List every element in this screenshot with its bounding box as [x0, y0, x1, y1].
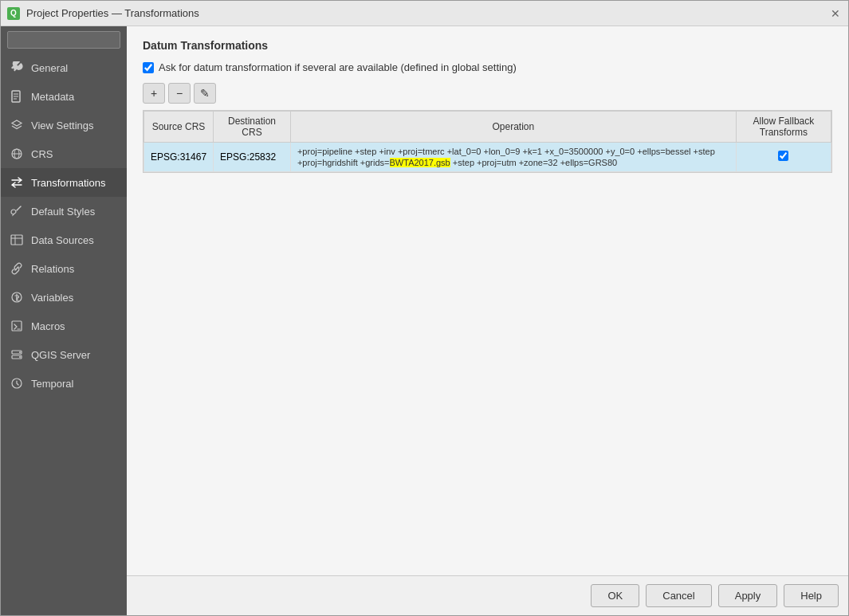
transformations-table: Source CRS Destination CRS Operation All…: [143, 111, 831, 172]
sidebar-label-view-settings: View Settings: [31, 120, 94, 131]
window-title: Project Properties — Transformations: [26, 7, 823, 19]
datum-checkbox[interactable]: [143, 62, 154, 73]
sidebar-item-metadata[interactable]: Metadata: [1, 82, 127, 111]
svg-rect-8: [11, 235, 22, 245]
wrench-icon: [9, 60, 25, 76]
main-content: Datum Transformations Ask for datum tran…: [127, 26, 848, 575]
table-icon: [9, 232, 25, 248]
window: Q Project Properties — Transformations ✕…: [0, 0, 849, 616]
cancel-button[interactable]: Cancel: [646, 584, 711, 607]
dollar-icon: [9, 289, 25, 305]
sidebar-label-crs: CRS: [31, 148, 53, 160]
sidebar-item-transformations[interactable]: Transformations: [1, 168, 127, 197]
help-button[interactable]: Help: [784, 584, 839, 607]
sidebar-label-relations: Relations: [31, 263, 74, 275]
sidebar: General Metadata: [1, 26, 127, 615]
globe-icon: [9, 146, 25, 162]
clock-icon: [9, 375, 25, 391]
arrows-icon: [9, 175, 25, 190]
sidebar-label-temporal: Temporal: [31, 378, 73, 390]
main-layout: General Metadata: [1, 26, 848, 615]
link-icon: [9, 261, 25, 277]
sidebar-item-temporal[interactable]: Temporal: [1, 369, 127, 398]
sidebar-item-view-settings[interactable]: View Settings: [1, 111, 127, 139]
svg-marker-4: [12, 120, 22, 126]
cell-allow-fallback: [736, 143, 831, 172]
apply-button[interactable]: Apply: [718, 584, 778, 607]
doc-icon: [9, 88, 25, 104]
col-allow-fallback: Allow Fallback Transforms: [736, 112, 831, 143]
checkbox-label: Ask for datum transformation if several …: [159, 61, 517, 73]
add-button[interactable]: +: [143, 83, 165, 104]
cell-operation: +proj=pipeline +step +inv +proj=tmerc +l…: [290, 143, 736, 172]
col-operation: Operation: [290, 112, 736, 143]
op-text-highlight: BWTA2017.gsb: [390, 158, 450, 167]
sidebar-search-container: [1, 26, 127, 53]
op-text-post: +step +proj=utm +zone=32 +ellps=GRS80: [450, 158, 617, 167]
toolbar: + − ✎: [143, 83, 832, 104]
svg-point-16: [19, 356, 21, 358]
app-icon: Q: [7, 7, 20, 20]
paint-icon: [9, 203, 25, 219]
sidebar-item-qgis-server[interactable]: QGIS Server: [1, 340, 127, 369]
table-container: Source CRS Destination CRS Operation All…: [143, 110, 832, 173]
sidebar-label-macros: Macros: [31, 320, 65, 332]
sidebar-label-variables: Variables: [31, 292, 73, 304]
edit-button[interactable]: ✎: [194, 83, 216, 104]
sidebar-label-transformations: Transformations: [31, 177, 105, 189]
sidebar-item-variables[interactable]: Variables: [1, 283, 127, 312]
svg-point-15: [19, 351, 21, 353]
sidebar-label-data-sources: Data Sources: [31, 234, 94, 246]
table-header-row: Source CRS Destination CRS Operation All…: [144, 112, 831, 143]
fallback-checkbox[interactable]: [778, 151, 788, 161]
layers-icon: [9, 117, 25, 133]
sidebar-item-relations[interactable]: Relations: [1, 254, 127, 283]
sidebar-search-input[interactable]: [7, 31, 120, 49]
sidebar-label-default-styles: Default Styles: [31, 206, 95, 218]
section-title: Datum Transformations: [143, 39, 832, 52]
close-button[interactable]: ✕: [829, 7, 842, 20]
main-panel: Datum Transformations Ask for datum tran…: [127, 26, 848, 615]
server-icon: [9, 347, 25, 363]
col-dest-crs: Destination CRS: [214, 112, 291, 143]
sidebar-item-macros[interactable]: Macros: [1, 312, 127, 340]
cell-dest-crs: EPSG:25832: [214, 143, 291, 172]
sidebar-label-metadata: Metadata: [31, 91, 74, 103]
titlebar: Q Project Properties — Transformations ✕: [1, 1, 848, 26]
remove-button[interactable]: −: [168, 83, 191, 104]
checkbox-row: Ask for datum transformation if several …: [143, 61, 832, 73]
sidebar-label-general: General: [31, 62, 68, 74]
col-source-crs: Source CRS: [144, 112, 214, 143]
sidebar-label-qgis-server: QGIS Server: [31, 349, 90, 361]
sidebar-item-data-sources[interactable]: Data Sources: [1, 226, 127, 254]
cell-source-crs: EPSG:31467: [144, 143, 214, 172]
sidebar-item-default-styles[interactable]: Default Styles: [1, 197, 127, 226]
footer-bar: OK Cancel Apply Help: [127, 575, 848, 615]
table-row[interactable]: EPSG:31467 EPSG:25832 +proj=pipeline +st…: [144, 143, 831, 172]
macro-icon: [9, 318, 25, 334]
sidebar-item-general[interactable]: General: [1, 53, 127, 82]
ok-button[interactable]: OK: [591, 584, 639, 607]
sidebar-item-crs[interactable]: CRS: [1, 139, 127, 168]
